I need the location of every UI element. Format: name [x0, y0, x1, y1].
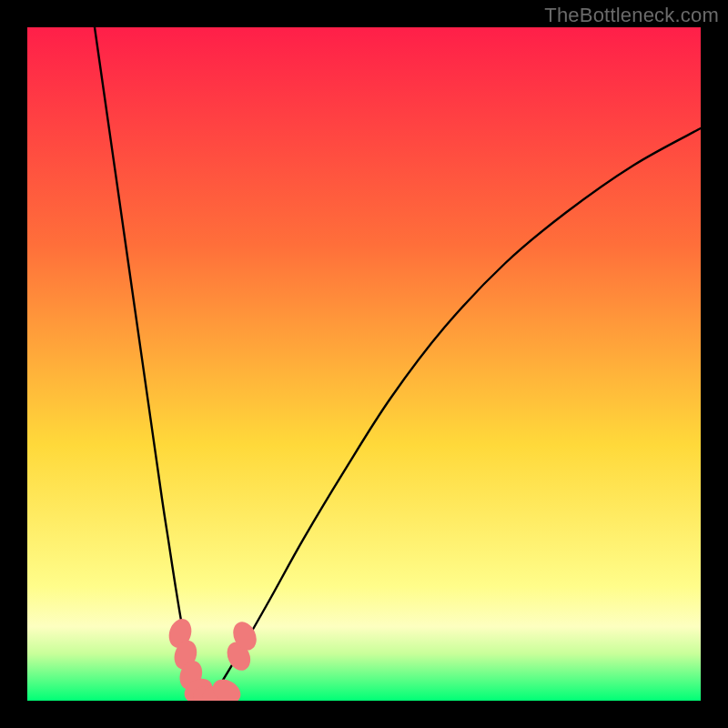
chart-frame: TheBottleneck.com — [0, 0, 728, 728]
plot-area — [27, 27, 701, 701]
gradient-background — [27, 27, 701, 701]
bottleneck-chart — [27, 27, 701, 701]
watermark-text: TheBottleneck.com — [544, 4, 719, 27]
